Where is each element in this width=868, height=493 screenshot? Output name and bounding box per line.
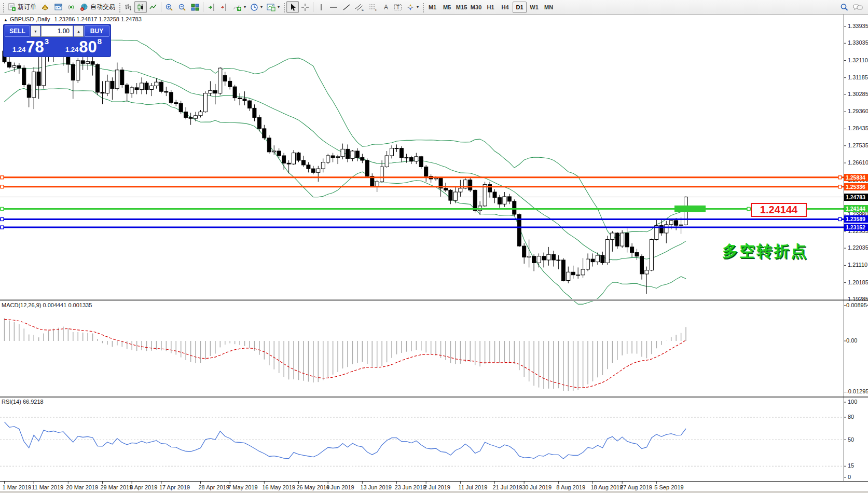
horizontal-line-tool-button[interactable] <box>327 1 340 13</box>
rsi-tick: 0 <box>848 474 851 480</box>
search-button[interactable] <box>838 1 851 13</box>
price-tick: 1.29360 <box>848 108 868 114</box>
timeframe-button-M1[interactable]: M1 <box>425 2 439 13</box>
history-center-icon <box>40 3 50 11</box>
price-tick: 1.33935 <box>848 23 868 29</box>
tile-windows-button[interactable] <box>189 1 201 13</box>
date-tick: 17 Apr 2019 <box>159 484 190 490</box>
auto-scroll-button[interactable] <box>205 1 218 13</box>
text-label-tool-button[interactable]: T <box>392 1 404 13</box>
date-tick: 2 Jul 2019 <box>424 484 450 490</box>
main-toolbar: 新订单 自动交易 ▾ ▾ <box>0 0 868 15</box>
macd-pane-separator[interactable] <box>0 299 868 301</box>
toolbar-separator <box>203 2 203 12</box>
signals-button[interactable] <box>65 1 78 13</box>
periods-button[interactable]: ▾ <box>248 1 265 13</box>
fibonacci-icon: F <box>368 3 378 11</box>
status-strip <box>0 491 868 493</box>
text-tool-button[interactable]: A <box>380 1 392 13</box>
timeframe-button-H1[interactable]: H1 <box>484 2 498 13</box>
volume-input[interactable] <box>41 25 73 37</box>
toolbar-separator <box>313 2 313 12</box>
chat-icon <box>853 3 863 11</box>
channel-icon: E <box>355 3 364 11</box>
history-center-button[interactable] <box>38 1 52 13</box>
zoom-out-button[interactable] <box>176 1 189 13</box>
volume-decrease-button[interactable]: ▼ <box>31 25 40 37</box>
auto-scroll-icon <box>207 3 216 11</box>
date-tick: 13 Jun 2019 <box>360 484 392 490</box>
sell-price-main: 1.24 <box>12 46 25 53</box>
price-tick: 1.22035 <box>848 244 868 251</box>
price-tick: 1.32110 <box>848 57 868 63</box>
timeframe-button-M5[interactable]: M5 <box>440 2 454 13</box>
timeframe-button-W1[interactable]: W1 <box>527 2 541 13</box>
market-watch-button[interactable] <box>52 1 65 13</box>
chat-button[interactable] <box>851 1 865 13</box>
toolbar-grip[interactable] <box>283 2 285 12</box>
price-tick: 1.20185 <box>848 279 868 285</box>
arrows-tool-button[interactable]: ▾ <box>404 1 421 13</box>
candlestick-chart-icon <box>136 3 145 11</box>
autotrading-button[interactable]: 自动交易 <box>78 1 117 13</box>
price-axis-border <box>844 15 844 482</box>
templates-button[interactable]: ▾ <box>265 1 282 13</box>
line-chart-type-button[interactable] <box>147 1 159 13</box>
buy-price-display[interactable]: 1.24 80 8 <box>58 38 109 56</box>
sell-price-big: 78 <box>26 39 44 55</box>
buy-button[interactable]: BUY <box>84 25 109 37</box>
date-tick: 30 Jul 2019 <box>522 484 552 490</box>
cursor-tool-button[interactable] <box>286 1 299 13</box>
timeframe-button-D1[interactable]: D1 <box>513 2 527 13</box>
sell-button[interactable]: SELL <box>5 25 30 37</box>
timeframe-button-MN[interactable]: MN <box>542 2 556 13</box>
price-line-label: 1.24783 <box>844 194 868 201</box>
new-order-button[interactable]: 新订单 <box>6 1 38 13</box>
buy-price-sup: 8 <box>98 38 102 45</box>
buy-price-main: 1.24 <box>65 46 78 53</box>
triangle-down-icon: ▼ <box>34 30 37 33</box>
chart-title: ▲GBPUSD-,Daily1.23286 1.24817 1.23258 1.… <box>4 16 142 22</box>
vertical-line-tool-button[interactable] <box>315 1 327 13</box>
chart-shift-button[interactable] <box>218 1 231 13</box>
date-tick: 27 Aug 2019 <box>620 484 652 490</box>
date-tick: 18 Aug 2019 <box>591 484 623 490</box>
date-tick: 11 Jul 2019 <box>458 484 487 490</box>
price-tick: 1.21110 <box>848 262 867 268</box>
macd-tick: -0.012957 <box>846 388 868 394</box>
date-tick: 16 May 2019 <box>262 484 295 490</box>
chart-area[interactable]: ▲GBPUSD-,Daily1.23286 1.24817 1.23258 1.… <box>0 15 868 493</box>
date-tick: 23 Jun 2019 <box>395 484 426 490</box>
bar-chart-type-button[interactable] <box>122 1 134 13</box>
autotrading-icon <box>80 3 89 11</box>
indicators-button[interactable]: ▾ <box>231 1 248 13</box>
signals-icon <box>67 3 76 11</box>
collapse-triangle-icon[interactable]: ▲ <box>4 18 8 22</box>
equidistant-channel-tool-button[interactable]: E <box>353 1 366 13</box>
macd-indicator-label: MACD(12,26,9) 0.004441 0.001335 <box>2 302 92 308</box>
timeframe-button-M15[interactable]: M15 <box>454 2 469 13</box>
zoom-in-button[interactable] <box>163 1 176 13</box>
timeframe-button-H4[interactable]: H4 <box>498 2 512 13</box>
crosshair-tool-button[interactable] <box>299 1 311 13</box>
candlestick-chart-type-button[interactable] <box>134 1 147 13</box>
trendline-tool-button[interactable] <box>340 1 353 13</box>
text-icon: A <box>382 3 390 11</box>
rsi-pane-separator[interactable] <box>0 396 868 398</box>
turning-point-annotation: 多空转折点 <box>722 241 808 262</box>
date-tick: 20 Mar 2019 <box>66 484 98 490</box>
new-order-icon <box>8 3 16 11</box>
volume-increase-button[interactable]: ▲ <box>74 25 84 37</box>
vertical-line-icon <box>318 3 325 11</box>
fibonacci-tool-button[interactable]: F <box>366 1 380 13</box>
tile-windows-icon <box>191 3 199 11</box>
toolbar-grip[interactable] <box>2 2 5 12</box>
clock-icon <box>250 3 258 11</box>
timeframe-button-M30[interactable]: M30 <box>469 2 483 13</box>
toolbar-grip[interactable] <box>422 2 424 12</box>
date-tick: 7 May 2019 <box>228 484 257 490</box>
date-tick: 21 Jul 2019 <box>493 484 522 490</box>
toolbar-grip[interactable] <box>118 2 121 12</box>
chevron-down-icon: ▾ <box>260 5 263 9</box>
sell-price-display[interactable]: 1.24 78 3 <box>5 38 57 56</box>
